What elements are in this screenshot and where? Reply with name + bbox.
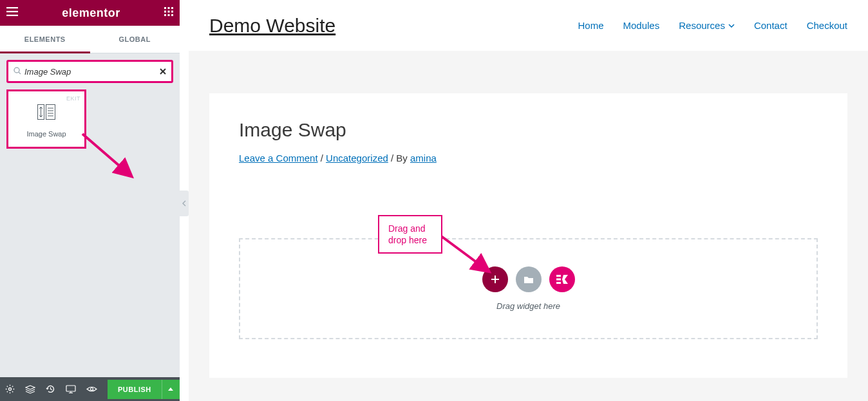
widget-image-swap[interactable]: EKIT Image Swap (6, 89, 86, 149)
svg-rect-6 (164, 11, 166, 13)
dropzone-hint: Drag widget here (496, 301, 560, 311)
svg-rect-26 (66, 386, 75, 391)
elementskit-icon (556, 275, 568, 284)
meta-sep: / (318, 153, 326, 163)
nav-home[interactable]: Home (578, 20, 604, 31)
svg-rect-35 (556, 275, 561, 277)
tab-elements[interactable]: ELEMENTS (0, 26, 90, 53)
category-link[interactable]: Uncategorized (326, 153, 388, 163)
nav-checkout[interactable]: Checkout (807, 20, 847, 31)
svg-point-29 (91, 388, 93, 391)
brand-label: elementor (62, 6, 120, 20)
widget-badge: EKIT (66, 95, 80, 102)
widget-label: Image Swap (26, 130, 66, 138)
plus-icon (491, 275, 500, 284)
settings-icon[interactable] (5, 384, 15, 395)
image-swap-icon (37, 103, 55, 121)
hamburger-menu-icon[interactable] (6, 7, 18, 19)
navigator-icon[interactable] (25, 384, 35, 395)
nav-resources-label: Resources (679, 20, 725, 31)
svg-rect-5 (171, 7, 173, 9)
apps-grid-icon[interactable] (164, 7, 173, 19)
sidebar-tabs: ELEMENTS GLOBAL (0, 26, 180, 53)
clear-search-icon[interactable] (160, 67, 166, 77)
preview-icon[interactable] (86, 384, 97, 395)
svg-rect-7 (168, 11, 170, 13)
svg-rect-4 (168, 7, 170, 9)
site-nav: Home Modules Resources Contact Checkout (578, 20, 848, 31)
sidebar-header: elementor (0, 0, 180, 26)
sidebar-footer: PUBLISH (0, 377, 180, 401)
elementor-sidebar: elementor ELEMENTS GLOBAL EKIT Image Swa… (0, 0, 180, 401)
add-section-button[interactable] (482, 266, 508, 292)
widget-search-wrap (0, 53, 180, 89)
elementskit-button[interactable] (549, 266, 575, 292)
content-card: Image Swap Leave a Comment / Uncategoriz… (209, 93, 847, 378)
annotation-text: Drag and drop here (388, 223, 432, 246)
folder-icon (524, 275, 534, 284)
svg-rect-37 (556, 282, 561, 284)
widget-search-input[interactable] (24, 67, 160, 77)
svg-point-12 (14, 68, 19, 73)
svg-rect-9 (164, 14, 166, 16)
leave-comment-link[interactable]: Leave a Comment (239, 153, 318, 163)
page-title: Image Swap (239, 119, 818, 141)
meta-sep: / By (388, 153, 410, 163)
nav-resources[interactable]: Resources (679, 20, 735, 31)
widget-search-box (6, 60, 173, 83)
svg-rect-1 (6, 11, 18, 12)
preview-area: Demo Website Home Modules Resources Cont… (189, 0, 868, 401)
dropzone-wrap: Drag and drop here (239, 238, 818, 339)
widgets-area: EKIT Image Swap (0, 89, 180, 149)
svg-rect-3 (164, 7, 166, 9)
svg-rect-10 (168, 14, 170, 16)
site-header: Demo Website Home Modules Resources Cont… (189, 0, 868, 51)
post-meta: Leave a Comment / Uncategorized / By ami… (239, 153, 818, 163)
tab-global[interactable]: GLOBAL (90, 26, 180, 53)
template-library-button[interactable] (516, 266, 542, 292)
content-bg: Image Swap Leave a Comment / Uncategoriz… (189, 51, 868, 401)
svg-rect-2 (6, 15, 18, 16)
svg-line-13 (19, 72, 21, 74)
publish-group: PUBLISH (108, 380, 180, 399)
annotation-callout: Drag and drop here (378, 215, 442, 254)
chevron-down-icon (728, 24, 735, 28)
search-icon (14, 66, 21, 77)
responsive-icon[interactable] (66, 384, 76, 395)
svg-point-25 (9, 388, 12, 391)
nav-modules[interactable]: Modules (623, 20, 660, 31)
history-icon[interactable] (46, 384, 55, 395)
svg-rect-17 (46, 105, 55, 120)
svg-marker-38 (562, 275, 568, 284)
publish-options-button[interactable] (162, 380, 180, 399)
svg-rect-11 (171, 14, 173, 16)
panel-collapse-toggle[interactable] (180, 191, 189, 216)
dropzone-buttons (482, 266, 575, 292)
site-title-link[interactable]: Demo Website (209, 15, 335, 37)
publish-button[interactable]: PUBLISH (108, 380, 162, 399)
author-link[interactable]: amina (410, 153, 437, 163)
svg-rect-36 (556, 279, 561, 281)
nav-contact[interactable]: Contact (754, 20, 788, 31)
svg-rect-0 (6, 7, 18, 8)
elementor-dropzone[interactable]: Drag widget here (239, 238, 818, 339)
svg-marker-30 (168, 387, 173, 391)
svg-rect-8 (171, 11, 173, 13)
